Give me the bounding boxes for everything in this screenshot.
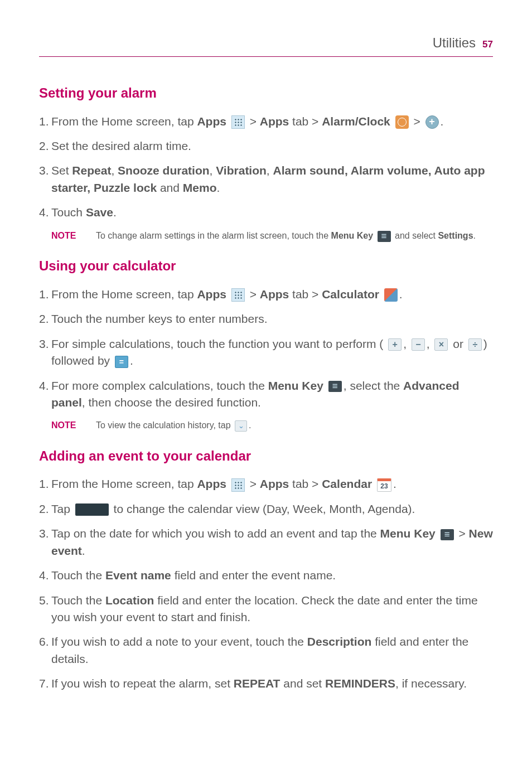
heading-using-calculator: Using your calculator bbox=[39, 256, 493, 276]
step-number: 4. bbox=[39, 377, 51, 394]
step-body: Touch Save. bbox=[51, 204, 493, 221]
step-body: For simple calculations, touch the funct… bbox=[51, 336, 493, 370]
step-number: 1. bbox=[39, 476, 51, 492]
step-number: 3. bbox=[39, 162, 51, 179]
step: 2. Set the desired alarm time. bbox=[39, 138, 493, 154]
step: 4. For more complex calculations, touch … bbox=[39, 377, 493, 411]
step-number: 1. bbox=[39, 113, 51, 130]
equals-button-icon: = bbox=[115, 356, 128, 368]
step-number: 3. bbox=[39, 525, 51, 542]
step-body: For more complex calculations, touch the… bbox=[51, 377, 493, 411]
step-number: 7. bbox=[39, 675, 51, 692]
minus-button-icon: − bbox=[412, 338, 425, 351]
step-number: 4. bbox=[39, 567, 51, 584]
page-number: 57 bbox=[482, 38, 493, 52]
step: 5. Touch the Location field and enter th… bbox=[39, 592, 493, 626]
heading-adding-event: Adding an event to your calendar bbox=[39, 447, 493, 466]
step-body: From the Home screen, tap Apps > Apps ta… bbox=[51, 286, 493, 303]
step-body: If you wish to add a note to your event,… bbox=[51, 633, 493, 667]
note-label: NOTE bbox=[51, 229, 96, 242]
heading-setting-alarm: Setting your alarm bbox=[39, 84, 493, 103]
step-number: 3. bbox=[39, 336, 51, 352]
note-body: To view the calculation history, tap ⌄. bbox=[96, 419, 493, 432]
plus-button-icon: + bbox=[388, 338, 402, 351]
page-header: Utilities 57 bbox=[39, 33, 493, 57]
apps-icon bbox=[231, 115, 245, 129]
note-body: To change alarm settings in the alarm li… bbox=[96, 229, 493, 242]
section-name: Utilities bbox=[433, 33, 476, 53]
step: 2. Tap to change the calendar view (Day,… bbox=[39, 501, 493, 517]
step-body: Tap on the date for which you wish to ad… bbox=[51, 525, 493, 559]
view-tab-icon bbox=[75, 503, 109, 516]
step-body: Set Repeat, Snooze duration, Vibration, … bbox=[51, 162, 493, 196]
divide-button-icon: ÷ bbox=[468, 338, 482, 351]
apps-icon bbox=[231, 288, 245, 302]
step-number: 2. bbox=[39, 311, 51, 327]
step-number: 6. bbox=[39, 633, 51, 650]
step: 3. For simple calculations, touch the fu… bbox=[39, 336, 493, 370]
menu-icon bbox=[441, 529, 454, 540]
clock-icon bbox=[395, 115, 409, 129]
step-body: From the Home screen, tap Apps > Apps ta… bbox=[51, 476, 493, 492]
step-number: 2. bbox=[39, 501, 51, 517]
step-body: Touch the Location field and enter the l… bbox=[51, 592, 493, 626]
step: 1. From the Home screen, tap Apps > Apps… bbox=[39, 286, 493, 303]
step-body: Set the desired alarm time. bbox=[51, 138, 493, 154]
step: 3. Tap on the date for which you wish to… bbox=[39, 525, 493, 559]
calculator-icon bbox=[384, 288, 398, 302]
step-number: 5. bbox=[39, 592, 51, 609]
step-body: From the Home screen, tap Apps > Apps ta… bbox=[51, 113, 493, 130]
step: 1. From the Home screen, tap Apps > Apps… bbox=[39, 476, 493, 492]
step: 2. Touch the number keys to enter number… bbox=[39, 311, 493, 327]
note-label: NOTE bbox=[51, 419, 96, 432]
note: NOTE To change alarm settings in the ala… bbox=[51, 229, 493, 242]
note: NOTE To view the calculation history, ta… bbox=[51, 419, 493, 432]
step: 3. Set Repeat, Snooze duration, Vibratio… bbox=[39, 162, 493, 196]
step-body: If you wish to repeat the alarm, set REP… bbox=[51, 675, 493, 692]
step: 4. Touch Save. bbox=[39, 204, 493, 221]
step-body: Tap to change the calendar view (Day, We… bbox=[51, 501, 493, 517]
menu-icon bbox=[378, 231, 391, 242]
multiply-button-icon: × bbox=[434, 338, 448, 351]
step-number: 1. bbox=[39, 286, 51, 303]
step-body: Touch the Event name field and enter the… bbox=[51, 567, 493, 584]
apps-icon bbox=[231, 478, 245, 492]
calendar-icon: 23 bbox=[377, 478, 391, 492]
chevron-down-icon: ⌄ bbox=[235, 420, 247, 432]
step: 7. If you wish to repeat the alarm, set … bbox=[39, 675, 493, 692]
step-body: Touch the number keys to enter numbers. bbox=[51, 311, 493, 327]
step: 6. If you wish to add a note to your eve… bbox=[39, 633, 493, 667]
step-number: 2. bbox=[39, 138, 51, 154]
step-number: 4. bbox=[39, 204, 51, 221]
plus-icon bbox=[425, 115, 439, 129]
step: 4. Touch the Event name field and enter … bbox=[39, 567, 493, 584]
menu-icon bbox=[328, 381, 342, 392]
step: 1. From the Home screen, tap Apps > Apps… bbox=[39, 113, 493, 130]
